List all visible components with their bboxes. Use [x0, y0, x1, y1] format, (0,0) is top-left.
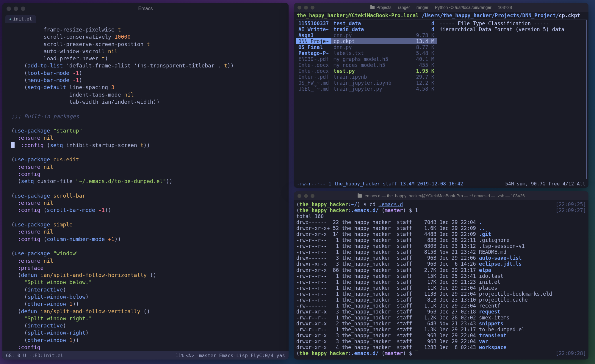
- ranger-file-item[interactable]: test_data4: [331, 21, 437, 26]
- zsh-titlebar[interactable]: .emacs.d — the_happy_hacker@YCtekiMacBoo…: [294, 191, 588, 200]
- code-token: scroll-preserve-screen-position: [11, 41, 147, 47]
- code-token: t: [224, 62, 227, 69]
- emacs-editor[interactable]: frame-resize-pixelwise t scroll-conserva…: [2, 23, 289, 351]
- code-token: ian/split-and-follow-vertically: [40, 308, 140, 314]
- ranger-body[interactable]: the_happy_hacker@YCtekiMacBook-Pro.local…: [294, 12, 588, 188]
- code-token: )): [105, 207, 111, 213]
- ranger-col-parent[interactable]: 1155100337AI Writte~Asgn3DNN_Proje~OS_Fi…: [296, 20, 331, 179]
- zsh-terminal[interactable]: (the_happy_hacker:~/) $ cd .emacs.d[22:0…: [294, 200, 588, 360]
- ranger-parent-item[interactable]: 1155100337: [296, 21, 331, 26]
- ls-row: drwxr-xr-x 3 the_happy_hacker staff 96B …: [296, 338, 586, 344]
- code-token: ): [79, 77, 82, 83]
- ranger-col-current[interactable]: test_data4train_data4cnn.py9.78 Kcp.ckpt…: [331, 20, 437, 179]
- code-token: (: [40, 207, 47, 213]
- code-token: frame-resize-pixelwise: [11, 26, 118, 33]
- code-token: (: [11, 337, 27, 343]
- emacs-titlebar[interactable]: Emacs: [2, 3, 289, 14]
- code-token: )): [73, 337, 79, 343]
- code-token: custom-file: [34, 178, 76, 184]
- ranger-file-item[interactable]: dnn.py8.77 K: [331, 44, 437, 50]
- code-token: [11, 258, 18, 264]
- emacs-modeline: 68: 0 U -:ED:init.el 11% <N> -master Ema…: [2, 351, 289, 360]
- ranger-file-item[interactable]: labels.txt5.48 K: [331, 50, 437, 56]
- ranger-parent-item[interactable]: AI Writte~: [296, 26, 331, 32]
- ranger-titlebar[interactable]: Projects — ranger — ranger — Python -O /…: [294, 3, 588, 12]
- code-token: nil: [43, 229, 53, 235]
- ranger-file-item[interactable]: my_graphs_model.h540.1 M: [331, 56, 437, 62]
- code-token: [37, 308, 40, 314]
- cursor: [415, 351, 418, 356]
- ls-row: drwxr-xr-x 3 the_happy_hacker staff 96B …: [296, 309, 586, 315]
- ranger-parent-item[interactable]: Asgn3: [296, 32, 331, 38]
- ranger-title-text: Projects — ranger — ranger — Python -O /…: [376, 5, 512, 10]
- ranger-file-item[interactable]: train_jupyter.ipynb12.2 K: [331, 80, 437, 86]
- ranger-parent-item[interactable]: OS_HW_~.md: [296, 80, 331, 86]
- ranger-file-item[interactable]: train.ipynb29.7 K: [331, 74, 437, 80]
- ranger-footer: -rw-r--r-- 1 the_happy_hacker staff 13.4…: [294, 180, 588, 188]
- ls-row: drwxr-xr-x 3 the_happy_hacker staff 96B …: [296, 333, 586, 338]
- code-token: 3: [111, 84, 115, 90]
- code-token: [69, 77, 73, 83]
- ls-row: -rw-r--r-- 1 the_happy_hacker staff 1.2K…: [296, 315, 586, 321]
- ranger-parent-item[interactable]: Inte~.docx: [296, 62, 331, 68]
- code-token: (): [147, 272, 156, 278]
- code-token: scroll-bar-mode: [47, 207, 95, 213]
- ls-row: -rw-r--r-- 1 the_happy_hacker staff 815B…: [296, 249, 586, 255]
- code-token: ): [63, 286, 66, 293]
- ranger-file-item[interactable]: cp.ckpt13.4 M: [331, 38, 437, 44]
- ranger-path-header: the_happy_hacker@YCtekiMacBook-Pro.local…: [294, 12, 588, 19]
- modeline-center: 11% <N> -master Emacs-Lisp FlyC:0/4 yas: [176, 353, 285, 358]
- code-token: [11, 265, 18, 271]
- code-token: use-package: [15, 156, 50, 163]
- code-token: defun: [21, 272, 37, 278]
- code-token: :ensure: [18, 200, 40, 206]
- emacs-window: Emacs ● init.el frame-resize-pixelwise t…: [2, 3, 289, 360]
- code-token: (: [11, 250, 15, 256]
- code-token: ian/split-and-follow-horizontally: [40, 272, 147, 278]
- code-token: )): [227, 62, 234, 69]
- ranger-parent-item[interactable]: Inte~.docx: [296, 68, 331, 74]
- code-token: other-window: [27, 301, 66, 307]
- ranger-columns: 1155100337AI Writte~Asgn3DNN_Proje~OS_Fi…: [296, 20, 587, 179]
- code-token: column-number-mode: [47, 236, 105, 242]
- tab-init-el[interactable]: ● init.el: [5, 15, 36, 23]
- code-token: [40, 164, 44, 170]
- ls-row: drwx------ 3 the_happy_hacker staff 96B …: [296, 255, 586, 261]
- code-token: nil: [124, 92, 134, 98]
- code-token: "~/.emacs.d/to-be-dumped.el": [76, 178, 166, 184]
- ranger-current-file: cp.ckpt: [559, 12, 580, 18]
- code-token: (: [11, 294, 27, 300]
- ranger-file-item[interactable]: my_nodes_model.h5455 K: [331, 62, 437, 68]
- ranger-file-item[interactable]: test.py1.95 K: [331, 68, 437, 74]
- code-token: cus-edit: [53, 156, 79, 163]
- code-token: (: [11, 308, 21, 314]
- ranger-parent-item[interactable]: OS_Final: [296, 44, 331, 50]
- code-token: use-package: [15, 193, 50, 199]
- code-token: (: [11, 193, 15, 199]
- code-token: [11, 229, 18, 235]
- ranger-parent-item[interactable]: ENG39~.pdf: [296, 56, 331, 62]
- code-token: [50, 221, 53, 228]
- code-token: (: [11, 272, 21, 278]
- code-token: auto-window-vscroll: [11, 48, 108, 54]
- ranger-parent-item[interactable]: Pentago-P~: [296, 50, 331, 56]
- ranger-parent-item[interactable]: Inter~.pdf: [296, 74, 331, 80]
- code-token: [50, 250, 53, 256]
- ranger-file-item[interactable]: train_jupyter.py4.58 K: [331, 86, 437, 92]
- code-token: nil: [108, 48, 118, 54]
- code-token: use-package: [15, 127, 50, 134]
- ranger-file-item[interactable]: train_data4: [331, 26, 437, 32]
- code-token: )): [144, 142, 150, 148]
- ranger-parent-item[interactable]: DNN_Proje~: [296, 38, 331, 44]
- code-token: defun: [21, 308, 37, 314]
- code-token: menu-bar-mode: [27, 77, 69, 83]
- code-token: setq: [21, 178, 34, 184]
- code-token: [11, 164, 18, 170]
- code-token: scroll-conservatively: [11, 34, 115, 40]
- ranger-parent-item[interactable]: UGEC_f~.md: [296, 86, 331, 92]
- code-token: ): [105, 55, 108, 62]
- code-token: 1: [69, 301, 73, 307]
- code-token: simple: [53, 221, 73, 228]
- code-token: [50, 193, 53, 199]
- ranger-file-item[interactable]: cnn.py9.78 K: [331, 32, 437, 38]
